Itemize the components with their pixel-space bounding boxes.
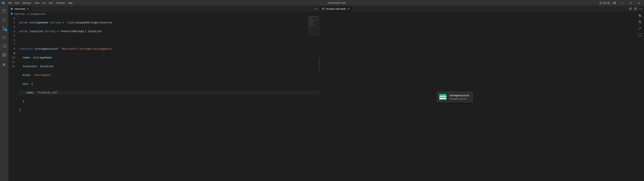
svg-line-41 [640, 22, 641, 24]
close-icon[interactable] [347, 8, 350, 10]
split-editor-icon[interactable] [634, 7, 638, 11]
zoom-in-icon[interactable] [638, 13, 642, 18]
window-maximize-button[interactable] [627, 0, 634, 6]
activity-azure[interactable] [0, 60, 8, 68]
node-title: storageaccount [450, 94, 469, 97]
svg-rect-4 [607, 2, 609, 4]
activity-search[interactable] [0, 16, 8, 24]
tabs-row-right: Visualize main.bicep [320, 6, 644, 12]
node-subtitle: storageAccounts [450, 98, 469, 100]
svg-line-37 [640, 16, 641, 17]
tab-visualize[interactable]: Visualize main.bicep [320, 6, 352, 12]
bicep-visualizer-canvas[interactable]: storageaccount storageAccounts [320, 12, 644, 181]
menu-run[interactable]: Run [48, 1, 54, 5]
editor-area: main.bicep main.bicep › { [8, 6, 644, 181]
tabs-row-left: main.bicep [8, 6, 320, 12]
scm-badge: 2 [4, 28, 7, 31]
more-actions-icon[interactable] [314, 7, 318, 11]
title-bar: File Edit Selection View Go Run Terminal… [0, 0, 644, 6]
fullscreen-icon[interactable] [638, 32, 642, 38]
storage-account-icon [439, 94, 446, 100]
window-minimize-button[interactable] [619, 0, 626, 6]
activity-extensions[interactable] [0, 51, 8, 59]
menu-view[interactable]: View [33, 1, 41, 5]
split-sash[interactable] [319, 58, 320, 72]
menu-go[interactable]: Go [41, 1, 47, 5]
editor-group-left: main.bicep main.bicep › { [8, 6, 320, 181]
minimap[interactable] [308, 16, 320, 36]
breadcrumb-file: main.bicep [14, 13, 24, 15]
zoom-out-icon[interactable] [638, 20, 642, 24]
tab-label: Visualize main.bicep [326, 8, 346, 10]
symbol-icon: { } [27, 13, 29, 15]
svg-rect-2 [604, 2, 606, 4]
window-title: Visual Studio Code [74, 2, 600, 4]
bicep-file-icon [11, 12, 13, 15]
svg-point-14 [3, 27, 4, 28]
svg-rect-0 [600, 2, 602, 4]
svg-rect-23 [4, 53, 6, 55]
menu-edit[interactable]: Edit [14, 1, 20, 5]
svg-rect-7 [615, 2, 616, 3]
code-editor[interactable]: 1 2 3 4 5 6 7 8 9 10 11 12 param storage… [8, 16, 320, 181]
customize-layout-icon[interactable] [613, 1, 616, 4]
svg-rect-22 [4, 55, 6, 56]
more-actions-icon[interactable] [638, 7, 642, 11]
svg-rect-20 [2, 53, 4, 55]
svg-marker-17 [3, 36, 6, 39]
svg-line-13 [5, 20, 6, 22]
layout-sidebar-right-icon[interactable] [607, 1, 610, 4]
resource-node-storageaccount[interactable]: storageaccount storageAccounts [436, 91, 473, 102]
tab-label: main.bicep [14, 8, 25, 10]
breadcrumb[interactable]: main.bicep › { } storageaccount [8, 12, 320, 16]
svg-point-33 [639, 8, 640, 9]
layout-sidebar-left-icon[interactable] [600, 1, 602, 4]
svg-point-26 [317, 8, 318, 9]
svg-rect-9 [615, 3, 616, 4]
layout-panel-icon[interactable] [603, 1, 606, 4]
magic-wand-icon[interactable] [638, 26, 642, 31]
breadcrumb-symbol: storageaccount [30, 13, 46, 15]
activity-source-control[interactable]: 2 [0, 24, 8, 33]
svg-rect-30 [630, 8, 631, 10]
svg-point-24 [315, 8, 316, 9]
tab-main-bicep[interactable]: main.bicep [8, 6, 31, 12]
window-controls: | [600, 0, 643, 6]
svg-point-35 [641, 8, 642, 9]
close-icon[interactable] [26, 8, 29, 10]
line-number-gutter: 1 2 3 4 5 6 7 8 9 10 11 12 [8, 16, 18, 181]
svg-point-34 [640, 8, 641, 9]
activity-remote[interactable] [0, 42, 8, 50]
svg-rect-6 [614, 2, 614, 3]
svg-point-15 [3, 30, 4, 30]
code-lines[interactable]: param storageName string = 'stg${uniqueS… [18, 16, 320, 181]
activity-bar: 2 [0, 6, 8, 181]
svg-rect-11 [630, 2, 632, 4]
activity-explorer[interactable] [0, 7, 8, 15]
menu-help[interactable]: Help [66, 1, 74, 5]
svg-point-25 [316, 8, 316, 9]
bicep-file-icon [10, 8, 13, 10]
svg-rect-10 [622, 3, 624, 3]
svg-rect-27 [322, 8, 324, 10]
svg-rect-21 [2, 55, 4, 56]
menu-terminal[interactable]: Terminal [55, 1, 66, 5]
menu-selection[interactable]: Selection [21, 1, 33, 5]
svg-point-12 [3, 18, 5, 21]
svg-rect-8 [614, 3, 614, 4]
menu-file[interactable]: File [7, 1, 13, 5]
open-external-icon[interactable] [628, 7, 632, 11]
vscode-logo-icon [1, 1, 5, 4]
editor-group-right: Visualize main.bicep [320, 6, 644, 181]
window-close-button[interactable] [635, 0, 643, 6]
visualizer-controls [638, 13, 642, 38]
preview-icon [322, 8, 324, 10]
menu-bar: File Edit Selection View Go Run Terminal… [7, 1, 74, 5]
activity-run-debug[interactable] [0, 33, 8, 42]
chevron-right-icon: › [26, 13, 26, 15]
